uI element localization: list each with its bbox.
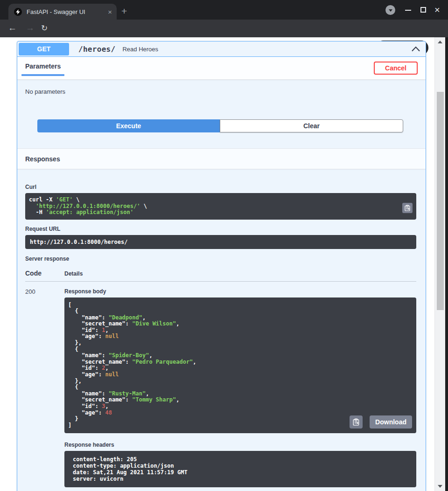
response-table-header: Code Details <box>25 270 416 277</box>
curl-command-block: curl -X 'GET' \ 'http://127.0.0.1:8000/h… <box>25 193 416 220</box>
minimize-button[interactable] <box>405 10 411 11</box>
clear-button[interactable]: Clear <box>220 119 403 132</box>
tab-close-icon[interactable]: × <box>108 8 112 15</box>
response-headers-label: Response headers <box>64 442 416 448</box>
parameters-tab-label: Parameters <box>25 62 61 70</box>
close-window-button[interactable]: × <box>434 5 440 15</box>
back-button[interactable]: ← <box>8 23 17 33</box>
status-code: 200 <box>25 288 64 488</box>
response-headers-block: content-length: 205content-type: applica… <box>64 451 416 487</box>
opblock-get-heroes: GET /heroes/ Read Heroes Parameters Canc… <box>17 41 426 491</box>
maximize-button[interactable] <box>420 7 426 13</box>
details-column-header: Details <box>64 270 83 277</box>
opblock-summary[interactable]: GET /heroes/ Read Heroes <box>17 41 426 57</box>
execute-button-group: Execute Clear <box>37 119 403 132</box>
collapse-chevron-icon[interactable] <box>412 46 420 52</box>
response-body-actions: Download <box>350 415 412 429</box>
curl-label: Curl <box>25 184 416 190</box>
table-divider <box>25 281 416 282</box>
tab-parameters[interactable]: Parameters <box>21 57 64 79</box>
request-url-block: http://127.0.0.1:8000/heroes/ <box>25 235 416 249</box>
responses-section-header: Responses <box>17 148 426 169</box>
copy-response-button[interactable] <box>350 415 363 429</box>
http-method-badge: GET <box>19 43 69 55</box>
request-url-label: Request URL <box>25 226 416 232</box>
execute-button[interactable]: Execute <box>37 119 220 132</box>
forward-button[interactable]: → <box>26 23 35 33</box>
cancel-button[interactable]: Cancel <box>374 62 418 75</box>
active-tab-underline <box>21 74 64 76</box>
window-edge <box>445 37 448 491</box>
no-parameters-text: No parameters <box>25 88 418 95</box>
tab-search-button[interactable] <box>385 5 395 15</box>
copy-curl-button[interactable] <box>402 203 413 213</box>
responses-title: Responses <box>25 155 60 163</box>
response-row-200: 200 Response body [ { "name": "Deadpond"… <box>25 288 416 488</box>
chevron-down-icon <box>389 9 392 12</box>
download-button[interactable]: Download <box>370 415 412 429</box>
scrollbar[interactable] <box>434 37 445 491</box>
browser-tab[interactable]: FastAPI - Swagger UI × <box>8 4 117 20</box>
fastapi-favicon-icon <box>14 8 22 16</box>
parameters-tab-row: Parameters Cancel <box>17 57 426 80</box>
scroll-up-arrow-icon[interactable] <box>438 41 442 43</box>
new-tab-button[interactable]: + <box>121 6 127 17</box>
code-column-header: Code <box>25 270 64 277</box>
responses-content: Curl curl -X 'GET' \ 'http://127.0.0.1:8… <box>17 184 426 491</box>
tab-strip: FastAPI - Swagger UI × + × <box>0 0 448 20</box>
endpoint-path: /heroes/ <box>78 45 115 54</box>
browser-toolbar: ← → ↻ 127.0.0.1:8000/docs#/default/read_… <box>0 20 448 37</box>
parameters-section: No parameters Execute Clear <box>17 80 426 132</box>
response-body-label: Response body <box>64 288 416 295</box>
endpoint-summary: Read Heroes <box>122 46 158 53</box>
server-response-label: Server response <box>25 256 416 262</box>
request-url-value: http://127.0.0.1:8000/heroes/ <box>30 239 412 245</box>
tab-title: FastAPI - Swagger UI <box>27 8 108 15</box>
scrollbar-thumb[interactable] <box>437 92 444 310</box>
reload-button[interactable]: ↻ <box>41 23 48 33</box>
response-body-block: [ { "name": "Deadpond", "secret_name": "… <box>64 297 416 434</box>
scroll-down-arrow-icon[interactable] <box>438 485 442 488</box>
